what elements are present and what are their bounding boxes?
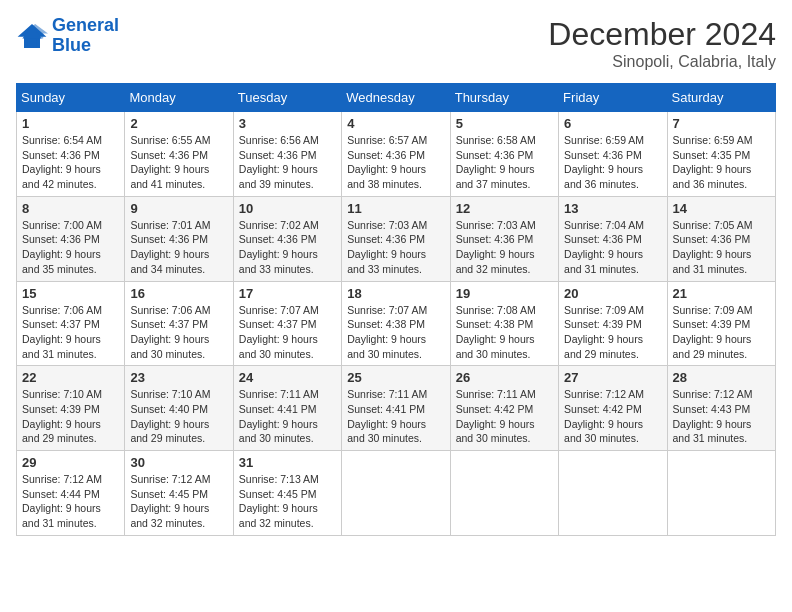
daylight-label: Daylight: 9 hours and 33 minutes. xyxy=(347,248,426,275)
calendar-day-cell: 24 Sunrise: 7:11 AM Sunset: 4:41 PM Dayl… xyxy=(233,366,341,451)
sunrise-label: Sunrise: 7:11 AM xyxy=(347,388,427,400)
sunrise-label: Sunrise: 7:06 AM xyxy=(130,304,210,316)
daylight-label: Daylight: 9 hours and 30 minutes. xyxy=(239,418,318,445)
day-number: 31 xyxy=(239,455,336,470)
day-info: Sunrise: 7:05 AM Sunset: 4:36 PM Dayligh… xyxy=(673,218,770,277)
sunset-label: Sunset: 4:36 PM xyxy=(564,233,642,245)
logo-text: GeneralBlue xyxy=(52,16,119,56)
day-info: Sunrise: 7:07 AM Sunset: 4:37 PM Dayligh… xyxy=(239,303,336,362)
day-info: Sunrise: 7:03 AM Sunset: 4:36 PM Dayligh… xyxy=(347,218,444,277)
daylight-label: Daylight: 9 hours and 31 minutes. xyxy=(22,502,101,529)
day-number: 22 xyxy=(22,370,119,385)
page-header: GeneralBlue December 2024 Sinopoli, Cala… xyxy=(16,16,776,71)
sunrise-label: Sunrise: 7:09 AM xyxy=(564,304,644,316)
calendar-week-row: 22 Sunrise: 7:10 AM Sunset: 4:39 PM Dayl… xyxy=(17,366,776,451)
day-number: 24 xyxy=(239,370,336,385)
daylight-label: Daylight: 9 hours and 30 minutes. xyxy=(347,418,426,445)
calendar-day-cell: 19 Sunrise: 7:08 AM Sunset: 4:38 PM Dayl… xyxy=(450,281,558,366)
sunset-label: Sunset: 4:39 PM xyxy=(22,403,100,415)
daylight-label: Daylight: 9 hours and 30 minutes. xyxy=(347,333,426,360)
day-info: Sunrise: 7:10 AM Sunset: 4:39 PM Dayligh… xyxy=(22,387,119,446)
calendar-day-cell: 28 Sunrise: 7:12 AM Sunset: 4:43 PM Dayl… xyxy=(667,366,775,451)
sunrise-label: Sunrise: 7:08 AM xyxy=(456,304,536,316)
calendar-day-cell xyxy=(450,451,558,536)
day-of-week-header: Monday xyxy=(125,84,233,112)
day-number: 19 xyxy=(456,286,553,301)
day-info: Sunrise: 6:54 AM Sunset: 4:36 PM Dayligh… xyxy=(22,133,119,192)
day-info: Sunrise: 7:08 AM Sunset: 4:38 PM Dayligh… xyxy=(456,303,553,362)
day-number: 26 xyxy=(456,370,553,385)
daylight-label: Daylight: 9 hours and 30 minutes. xyxy=(456,418,535,445)
calendar-day-cell xyxy=(667,451,775,536)
calendar-day-cell xyxy=(559,451,667,536)
sunset-label: Sunset: 4:38 PM xyxy=(456,318,534,330)
calendar-day-cell: 22 Sunrise: 7:10 AM Sunset: 4:39 PM Dayl… xyxy=(17,366,125,451)
daylight-label: Daylight: 9 hours and 31 minutes. xyxy=(673,248,752,275)
day-info: Sunrise: 7:11 AM Sunset: 4:42 PM Dayligh… xyxy=(456,387,553,446)
sunset-label: Sunset: 4:36 PM xyxy=(239,233,317,245)
calendar-day-cell: 21 Sunrise: 7:09 AM Sunset: 4:39 PM Dayl… xyxy=(667,281,775,366)
sunset-label: Sunset: 4:36 PM xyxy=(456,149,534,161)
sunrise-label: Sunrise: 7:09 AM xyxy=(673,304,753,316)
sunset-label: Sunset: 4:42 PM xyxy=(564,403,642,415)
daylight-label: Daylight: 9 hours and 34 minutes. xyxy=(130,248,209,275)
day-info: Sunrise: 7:01 AM Sunset: 4:36 PM Dayligh… xyxy=(130,218,227,277)
day-of-week-header: Friday xyxy=(559,84,667,112)
sunrise-label: Sunrise: 7:04 AM xyxy=(564,219,644,231)
day-info: Sunrise: 7:13 AM Sunset: 4:45 PM Dayligh… xyxy=(239,472,336,531)
day-number: 7 xyxy=(673,116,770,131)
daylight-label: Daylight: 9 hours and 33 minutes. xyxy=(239,248,318,275)
day-number: 12 xyxy=(456,201,553,216)
day-number: 27 xyxy=(564,370,661,385)
logo-icon xyxy=(16,22,48,50)
day-number: 9 xyxy=(130,201,227,216)
calendar-day-cell xyxy=(342,451,450,536)
sunset-label: Sunset: 4:37 PM xyxy=(130,318,208,330)
day-info: Sunrise: 6:59 AM Sunset: 4:36 PM Dayligh… xyxy=(564,133,661,192)
sunrise-label: Sunrise: 7:00 AM xyxy=(22,219,102,231)
day-number: 2 xyxy=(130,116,227,131)
day-number: 5 xyxy=(456,116,553,131)
sunset-label: Sunset: 4:36 PM xyxy=(456,233,534,245)
day-number: 15 xyxy=(22,286,119,301)
day-number: 1 xyxy=(22,116,119,131)
sunrise-label: Sunrise: 7:07 AM xyxy=(239,304,319,316)
sunrise-label: Sunrise: 6:54 AM xyxy=(22,134,102,146)
calendar-day-cell: 12 Sunrise: 7:03 AM Sunset: 4:36 PM Dayl… xyxy=(450,196,558,281)
daylight-label: Daylight: 9 hours and 31 minutes. xyxy=(564,248,643,275)
sunset-label: Sunset: 4:42 PM xyxy=(456,403,534,415)
sunset-label: Sunset: 4:39 PM xyxy=(564,318,642,330)
daylight-label: Daylight: 9 hours and 37 minutes. xyxy=(456,163,535,190)
day-info: Sunrise: 7:12 AM Sunset: 4:43 PM Dayligh… xyxy=(673,387,770,446)
page-title: December 2024 xyxy=(548,16,776,53)
sunset-label: Sunset: 4:45 PM xyxy=(239,488,317,500)
day-number: 17 xyxy=(239,286,336,301)
calendar-day-cell: 14 Sunrise: 7:05 AM Sunset: 4:36 PM Dayl… xyxy=(667,196,775,281)
sunset-label: Sunset: 4:36 PM xyxy=(347,149,425,161)
calendar-day-cell: 4 Sunrise: 6:57 AM Sunset: 4:36 PM Dayli… xyxy=(342,112,450,197)
sunrise-label: Sunrise: 6:56 AM xyxy=(239,134,319,146)
calendar-day-cell: 29 Sunrise: 7:12 AM Sunset: 4:44 PM Dayl… xyxy=(17,451,125,536)
daylight-label: Daylight: 9 hours and 38 minutes. xyxy=(347,163,426,190)
day-number: 10 xyxy=(239,201,336,216)
daylight-label: Daylight: 9 hours and 30 minutes. xyxy=(564,418,643,445)
sunset-label: Sunset: 4:44 PM xyxy=(22,488,100,500)
day-of-week-header: Wednesday xyxy=(342,84,450,112)
sunset-label: Sunset: 4:36 PM xyxy=(673,233,751,245)
daylight-label: Daylight: 9 hours and 32 minutes. xyxy=(130,502,209,529)
sunset-label: Sunset: 4:36 PM xyxy=(564,149,642,161)
daylight-label: Daylight: 9 hours and 32 minutes. xyxy=(456,248,535,275)
sunset-label: Sunset: 4:36 PM xyxy=(22,149,100,161)
sunrise-label: Sunrise: 7:11 AM xyxy=(239,388,319,400)
day-number: 14 xyxy=(673,201,770,216)
daylight-label: Daylight: 9 hours and 29 minutes. xyxy=(564,333,643,360)
day-info: Sunrise: 7:12 AM Sunset: 4:44 PM Dayligh… xyxy=(22,472,119,531)
day-of-week-header: Sunday xyxy=(17,84,125,112)
day-info: Sunrise: 6:56 AM Sunset: 4:36 PM Dayligh… xyxy=(239,133,336,192)
daylight-label: Daylight: 9 hours and 29 minutes. xyxy=(22,418,101,445)
daylight-label: Daylight: 9 hours and 36 minutes. xyxy=(564,163,643,190)
day-number: 3 xyxy=(239,116,336,131)
sunrise-label: Sunrise: 7:10 AM xyxy=(130,388,210,400)
sunrise-label: Sunrise: 7:06 AM xyxy=(22,304,102,316)
calendar-day-cell: 2 Sunrise: 6:55 AM Sunset: 4:36 PM Dayli… xyxy=(125,112,233,197)
